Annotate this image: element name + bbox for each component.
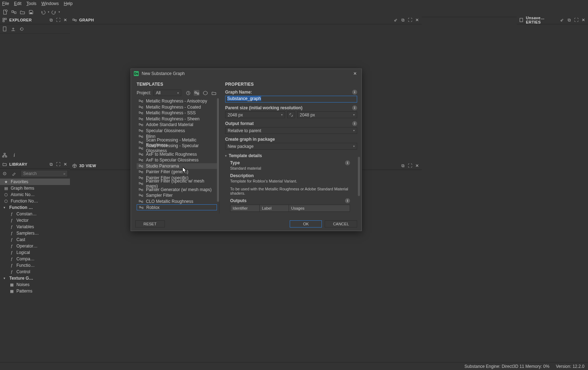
panel-close-icon[interactable]: ✕ xyxy=(63,18,68,22)
panel-maximize-icon[interactable]: ⛶ xyxy=(407,18,412,22)
panel-close-icon[interactable]: ✕ xyxy=(415,163,420,168)
height-select[interactable]: 2048 px▾ xyxy=(297,111,357,118)
scrollbar[interactable] xyxy=(217,98,219,202)
output-format-select[interactable]: Relative to parent▾ xyxy=(225,127,357,134)
info-icon[interactable]: i xyxy=(352,90,357,95)
folder-browse-icon[interactable] xyxy=(211,90,217,96)
list-item[interactable]: ⬡Atomic No… xyxy=(0,191,70,198)
create-package-select[interactable]: New package▾ xyxy=(225,143,357,150)
link-dimensions-icon[interactable] xyxy=(287,111,295,118)
menu-windows[interactable]: Windows xyxy=(41,1,59,6)
favorites-item[interactable]: ★Favorites xyxy=(0,179,70,185)
new-file-icon[interactable] xyxy=(1,8,9,16)
info-icon[interactable]: i xyxy=(352,121,357,126)
panel-popout-icon[interactable]: ⧉ xyxy=(49,18,54,22)
template-item[interactable]: Painter Generator (w/ mesh maps) xyxy=(137,187,217,193)
panel-maximize-icon[interactable]: ⛶ xyxy=(56,18,61,22)
menu-tools[interactable]: Tools xyxy=(26,1,36,6)
panel-close-icon[interactable]: ✕ xyxy=(63,162,68,167)
info-icon[interactable]: i xyxy=(345,160,350,165)
list-item[interactable]: ƒVariables xyxy=(0,224,70,230)
template-item[interactable]: Studio Panorama xyxy=(137,163,217,169)
close-icon[interactable]: ✕ xyxy=(351,71,359,76)
template-item[interactable]: AxF to Specular Glossiness xyxy=(137,157,217,163)
scrollbar[interactable] xyxy=(358,157,360,196)
menu-edit[interactable]: Edit xyxy=(14,1,21,6)
save-icon[interactable] xyxy=(27,8,35,16)
grid-icon: ▦ xyxy=(9,289,14,294)
template-item[interactable]: Metallic Roughness - Coated xyxy=(137,104,217,110)
redo-dropdown-icon[interactable]: ▾ xyxy=(59,10,60,14)
list-item[interactable]: ƒOperator… xyxy=(0,243,70,249)
menu-help[interactable]: Help xyxy=(64,1,73,6)
outputs-table: Identifier Label Usages xyxy=(230,205,350,212)
reset-button[interactable]: RESET xyxy=(135,220,165,228)
panel-maximize-icon[interactable]: ⛶ xyxy=(56,162,61,167)
ok-button[interactable]: OK xyxy=(290,220,322,228)
pin-icon[interactable]: ⇙ xyxy=(393,18,398,22)
dialog-titlebar[interactable]: Ds New Substance Graph ✕ xyxy=(131,69,361,78)
cube-filter-icon[interactable] xyxy=(202,90,208,96)
list-item[interactable]: ⬡Function No… xyxy=(0,198,70,204)
explorer-refresh-icon[interactable] xyxy=(19,26,24,31)
tool-info-icon[interactable]: i xyxy=(14,152,15,158)
info-icon[interactable]: i xyxy=(352,105,357,110)
panel-popout-icon[interactable]: ⧉ xyxy=(400,18,405,22)
list-item[interactable]: ▤Graph Items xyxy=(0,185,70,191)
explorer-file-icon[interactable] xyxy=(2,26,7,31)
undo-icon[interactable] xyxy=(39,8,47,16)
list-item[interactable]: ƒVector xyxy=(0,217,70,224)
search-input[interactable]: Search » xyxy=(21,170,68,177)
graph-filter-icon[interactable] xyxy=(194,90,199,96)
list-item[interactable]: ƒCast xyxy=(0,236,70,243)
template-item[interactable]: Adobe Standard Material xyxy=(137,122,217,128)
list-item[interactable]: ▦Patterns xyxy=(0,288,70,294)
graph-name-input[interactable]: Substance_graph xyxy=(225,96,357,102)
svg-rect-46 xyxy=(139,177,140,178)
menu-file[interactable]: File xyxy=(2,1,9,6)
panel-close-icon[interactable]: ✕ xyxy=(581,18,586,22)
tool-hierarchy-icon[interactable] xyxy=(2,153,7,158)
template-item[interactable]: Metallic Roughness - Anisotropy xyxy=(137,98,217,104)
template-item[interactable]: Metallic Roughness - Sheen xyxy=(137,116,217,122)
open-folder-icon[interactable] xyxy=(19,8,26,16)
recent-icon[interactable] xyxy=(185,90,191,96)
list-item[interactable]: ▾Function … xyxy=(0,204,70,211)
chevron-down-icon[interactable]: ▾ xyxy=(4,276,7,280)
template-item[interactable]: Painter Filter (generic) xyxy=(137,169,217,175)
template-item[interactable]: Painter Filter (specific w/ mesh maps) xyxy=(137,181,217,187)
list-item[interactable]: ƒFunctio… xyxy=(0,262,70,269)
cancel-button[interactable]: CANCEL xyxy=(325,220,357,228)
undo-dropdown-icon[interactable]: ▾ xyxy=(48,10,49,14)
explorer-export-icon[interactable] xyxy=(11,26,16,31)
panel-maximize-icon[interactable]: ⛶ xyxy=(574,18,579,22)
template-item[interactable]: Scan Processing - Specular Glossiness xyxy=(137,145,217,151)
pin-icon[interactable]: ⇙ xyxy=(559,18,564,22)
list-item[interactable]: ▦Noises xyxy=(0,281,70,288)
panel-popout-icon[interactable]: ⧉ xyxy=(49,162,54,167)
list-item[interactable]: ƒControl xyxy=(0,269,70,275)
new-graph-icon[interactable] xyxy=(10,8,18,16)
list-item[interactable]: ▾Texture G… xyxy=(0,275,70,281)
project-select[interactable]: All▾ xyxy=(153,90,181,96)
template-details-toggle[interactable]: ▾Template details xyxy=(225,153,350,158)
list-item[interactable]: ƒConstan… xyxy=(0,211,70,217)
panel-close-icon[interactable]: ✕ xyxy=(415,18,420,22)
panel-maximize-icon[interactable]: ⛶ xyxy=(407,163,412,168)
list-item[interactable]: ƒCompa… xyxy=(0,256,70,262)
template-item[interactable]: Specular Glossiness xyxy=(137,128,217,134)
panel-popout-icon[interactable]: ⧉ xyxy=(567,18,572,22)
template-item[interactable]: Roblox xyxy=(137,204,217,210)
template-item[interactable]: CLO Metallic Roughness xyxy=(137,199,217,205)
chevron-down-icon[interactable]: ▾ xyxy=(4,206,7,209)
panel-popout-icon[interactable]: ⧉ xyxy=(400,163,405,168)
library-locate-icon[interactable] xyxy=(2,171,7,176)
info-icon[interactable]: i xyxy=(345,198,350,203)
library-brush-icon[interactable] xyxy=(11,171,16,176)
list-item[interactable]: ƒSamplers… xyxy=(0,230,70,236)
template-item[interactable]: Metallic Roughness - SSS xyxy=(137,110,217,116)
template-item[interactable]: Sampler Filter xyxy=(137,192,217,199)
width-select[interactable]: 2048 px▾ xyxy=(225,111,285,118)
list-item[interactable]: ƒLogical xyxy=(0,249,70,256)
redo-icon[interactable] xyxy=(50,8,58,16)
